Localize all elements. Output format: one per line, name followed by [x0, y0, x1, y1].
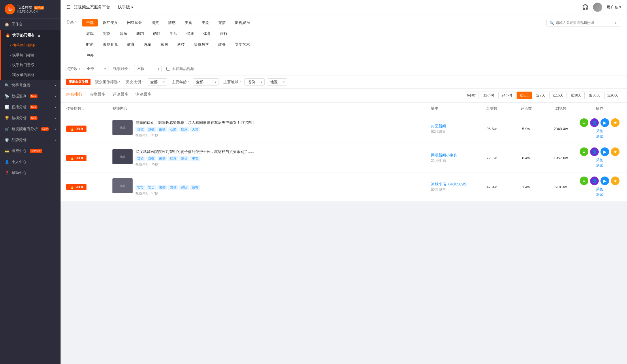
cat-all[interactable]: 全部: [82, 19, 98, 26]
collect-link[interactable]: 采集: [596, 129, 603, 134]
sidebar-item-rank-analysis[interactable]: 🏆 挂榜分析 New ▾: [0, 113, 61, 124]
tab-most-likes[interactable]: 点赞最多: [89, 92, 106, 99]
user-action-icon[interactable]: 👤: [590, 147, 599, 156]
gender-select[interactable]: 全部 男多 女多: [147, 78, 167, 86]
user-action-icon[interactable]: 👤: [590, 177, 599, 185]
info-icon[interactable]: ℹ: [82, 107, 84, 111]
sidebar-item-brand-analysis[interactable]: 🛡️ 品牌分析 ▾: [0, 134, 61, 145]
sidebar-item-help[interactable]: ❓ 帮助中心: [0, 167, 61, 178]
age-select[interactable]: 全部 18岁以下 18-24岁 25-30岁 31-40岁 40岁以上: [193, 78, 219, 86]
time-12h[interactable]: 12小时: [480, 92, 497, 99]
time-90d[interactable]: 近90天: [604, 92, 621, 99]
sidebar-sub-hot-video[interactable]: • 快手热门视频: [1, 41, 61, 50]
play-action-icon[interactable]: ▶: [600, 147, 609, 156]
duration-select[interactable]: 不限 1分钟以下 1-3分钟 3分钟以上: [134, 65, 162, 72]
search-box: 🔍 ↵: [546, 19, 621, 26]
cat-car[interactable]: 汽车: [140, 41, 155, 48]
time-7d[interactable]: 近7天: [533, 92, 548, 99]
sidebar-item-account-search[interactable]: 🔍 快手号查找 ▾: [0, 80, 61, 91]
sidebar-sub-hot-music[interactable]: · 快手热门音乐: [1, 60, 61, 70]
publisher-name[interactable]: 网易新闻小喇叭: [431, 153, 474, 158]
platform-selector[interactable]: 快手版 ▾: [118, 5, 133, 10]
time-15d[interactable]: 近15天: [549, 92, 566, 99]
video-thumbnail[interactable]: 视频: [112, 178, 133, 193]
star-action-icon[interactable]: ★: [611, 147, 620, 156]
sidebar-item-ecom-analysis[interactable]: 🛒 短视频电商分析 New ▾: [0, 124, 61, 134]
cat-game[interactable]: 游戏: [82, 30, 98, 37]
test-link[interactable]: 测试: [596, 163, 603, 168]
cat-emotion[interactable]: 情感: [164, 19, 180, 26]
related-goods-input[interactable]: [166, 67, 170, 71]
tab-most-views[interactable]: 浏览最多: [135, 92, 152, 99]
cat-gov[interactable]: 政务: [214, 41, 230, 48]
related-goods-checkbox[interactable]: 关联商品视频: [166, 66, 194, 71]
time-6h[interactable]: 6小时: [464, 92, 479, 99]
note-action-icon[interactable]: ≡: [580, 177, 588, 185]
cat-beauty[interactable]: 美妆: [197, 19, 213, 26]
avatar[interactable]: [593, 3, 602, 12]
cat-photo[interactable]: 摄影教学: [190, 41, 213, 48]
province-select[interactable]: 省份: [244, 78, 265, 86]
publisher-name[interactable]: 封面新闻: [431, 124, 474, 129]
star-action-icon[interactable]: ★: [611, 177, 620, 185]
cat-entertainment[interactable]: 影视娱乐: [231, 19, 254, 26]
comments-count: 1.4w: [509, 185, 543, 189]
play-action-icon[interactable]: ▶: [600, 177, 609, 185]
test-link[interactable]: 测试: [596, 134, 603, 139]
cat-male-kol[interactable]: 网红帅哥: [123, 19, 146, 26]
cat-education[interactable]: 教育: [123, 41, 139, 48]
collect-link[interactable]: 采集: [596, 158, 603, 163]
play-action-icon[interactable]: ▶: [600, 118, 609, 127]
search-enter-icon[interactable]: ↵: [615, 20, 618, 25]
cat-trend[interactable]: 时尚: [82, 41, 98, 48]
sidebar-item-renewal[interactable]: 💳 续费中心 年付6折: [0, 145, 61, 156]
note-action-icon[interactable]: ≡: [580, 147, 588, 156]
sidebar-item-home[interactable]: 🏠 工作台: [0, 19, 61, 30]
cat-funny[interactable]: 搞笑: [147, 19, 163, 26]
star-action-icon[interactable]: ★: [611, 118, 620, 127]
tab-most-comments[interactable]: 评论最多: [112, 92, 129, 99]
cat-health[interactable]: 健康: [182, 30, 198, 37]
cat-life[interactable]: 生活: [166, 30, 181, 37]
publisher-name[interactable]: 冰城小瑞《冲刺50W》: [431, 182, 474, 187]
cat-parenting[interactable]: 母婴育儿: [99, 41, 122, 48]
sidebar-item-live-analysis[interactable]: 📊 直播分析 New ▾: [0, 102, 61, 113]
time-3d[interactable]: 近3天: [517, 92, 532, 99]
user-name[interactable]: 用户名 ▾: [607, 5, 621, 10]
sidebar-sub-hot-tags[interactable]: · 快手热门标签: [1, 50, 61, 60]
cat-dance[interactable]: 舞蹈: [132, 30, 148, 37]
menu-icon[interactable]: ☰: [66, 4, 70, 10]
time-60d[interactable]: 近60天: [586, 92, 603, 99]
tab-overall-rank[interactable]: 综合排行: [66, 92, 82, 99]
area-select[interactable]: 地区: [267, 78, 287, 86]
sidebar-section-header[interactable]: 🔥 快手热门素材 ▲: [1, 30, 61, 41]
tag: 好听: [179, 185, 189, 190]
sidebar-item-personal[interactable]: 👤 个人中心: [0, 156, 61, 167]
cat-food[interactable]: 美食: [181, 19, 196, 26]
search-input[interactable]: [556, 21, 613, 25]
cat-home[interactable]: 家居: [157, 41, 172, 48]
cat-tech[interactable]: 科技: [173, 41, 189, 48]
cat-fashion[interactable]: 穿搭: [214, 19, 230, 26]
video-thumbnail[interactable]: 视频: [112, 120, 133, 135]
test-link[interactable]: 测试: [596, 192, 603, 197]
note-action-icon[interactable]: ≡: [580, 118, 588, 127]
cat-travel[interactable]: 旅行: [216, 30, 231, 37]
user-action-icon[interactable]: 👤: [590, 118, 599, 127]
cat-sport[interactable]: 体育: [199, 30, 215, 37]
video-thumbnail[interactable]: 视频: [112, 149, 133, 164]
cat-literature[interactable]: 文学艺术: [231, 41, 254, 48]
sidebar-item-data-monitor[interactable]: 📡 数据监测 New ▾: [0, 91, 61, 102]
headset-icon[interactable]: 🎧: [582, 4, 588, 10]
collect-link[interactable]: 采集: [596, 187, 603, 192]
cat-kid[interactable]: 萌娃: [149, 30, 165, 37]
chevron-down-icon: ▾: [54, 84, 56, 87]
cat-music[interactable]: 音乐: [116, 30, 131, 37]
time-30d[interactable]: 近30天: [568, 92, 585, 99]
time-24h[interactable]: 24小时: [498, 92, 515, 99]
cat-outdoor[interactable]: 户外: [82, 52, 98, 59]
cat-female-kol[interactable]: 网红美女: [99, 19, 122, 26]
cat-pet[interactable]: 宠物: [99, 30, 114, 37]
likes-select[interactable]: 全部 1w以下 1w-5w 5w-10w 10w以上: [84, 65, 108, 72]
sidebar-sub-my-collect[interactable]: · 我收藏的素材: [1, 70, 61, 80]
